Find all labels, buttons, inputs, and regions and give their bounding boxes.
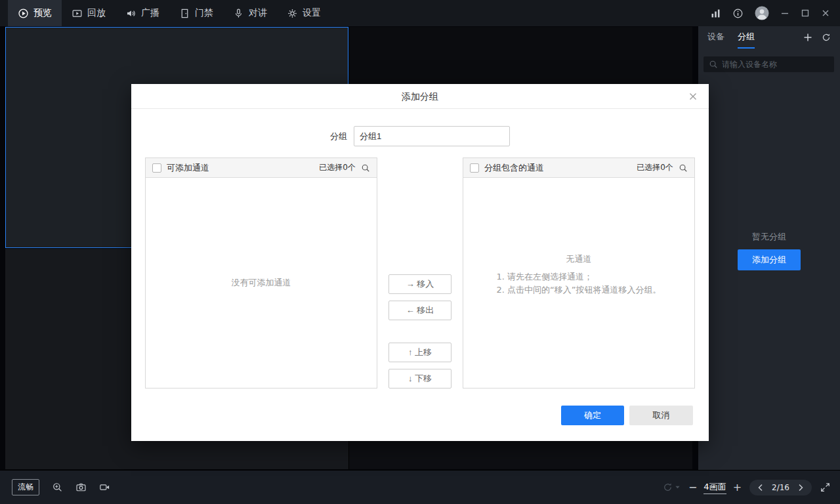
sidebar-tabs: 设备 分组 <box>698 26 840 49</box>
sidebar-search-box <box>704 56 834 72</box>
door-icon <box>179 8 190 19</box>
dialog-close-button[interactable] <box>685 89 701 104</box>
avatar[interactable] <box>755 6 769 20</box>
gear-icon <box>287 8 298 19</box>
record-video-icon[interactable] <box>99 482 110 493</box>
available-channels-panel: 可添加通道 已选择0个 没有可添加通道 <box>145 158 377 388</box>
sidebar-tab-device[interactable]: 设备 <box>707 26 724 49</box>
auto-switch-control[interactable] <box>662 482 681 493</box>
tab-playback[interactable]: 回放 <box>62 0 116 26</box>
bottom-toolbar: 流畅 − 4画面 + 2/16 <box>0 470 840 504</box>
sidebar-tab-label: 设备 <box>707 31 724 43</box>
tab-broadcast[interactable]: 广播 <box>116 0 169 26</box>
maximize-button[interactable] <box>801 9 810 18</box>
tab-label: 预览 <box>33 7 52 19</box>
snapshot-camera-icon[interactable] <box>75 482 87 493</box>
group-search-icon[interactable] <box>679 163 688 173</box>
group-empty-block: 无通道 1. 请先在左侧选择通道； 2. 点击中间的“移入”按钮将通道移入分组。 <box>496 253 661 297</box>
caret-down-icon <box>675 484 681 490</box>
top-navigation-bar: 预览 回放 广播 门禁 对讲 设置 <box>0 0 840 26</box>
sidebar-tab-group[interactable]: 分组 <box>738 26 755 49</box>
microphone-icon <box>233 8 244 19</box>
layout-minus-button[interactable]: − <box>688 482 697 493</box>
speaker-icon <box>125 8 136 19</box>
group-channels-panel: 分组包含的通道 已选择0个 无通道 1. 请先在左侧选择通道； 2. 点击中间的… <box>463 158 695 388</box>
group-name-label: 分组 <box>330 131 347 142</box>
available-channels-header: 可添加通道 已选择0个 <box>146 158 377 178</box>
dialog-title: 添加分组 <box>131 84 709 109</box>
minimize-button[interactable] <box>780 9 789 18</box>
tab-label: 设置 <box>303 7 321 19</box>
tab-label: 门禁 <box>195 7 213 19</box>
bottombar-left-controls: 流畅 <box>0 479 110 495</box>
move-up-button[interactable]: ↑ 上移 <box>388 343 452 362</box>
tab-label: 回放 <box>87 7 106 19</box>
device-search-input[interactable] <box>722 60 829 69</box>
tab-access-control[interactable]: 门禁 <box>169 0 223 26</box>
available-channels-empty: 没有可添加通道 <box>146 178 377 388</box>
tab-settings[interactable]: 设置 <box>277 0 331 26</box>
close-icon <box>688 92 698 101</box>
group-name-input[interactable] <box>354 126 510 146</box>
select-all-available-checkbox[interactable] <box>152 163 161 173</box>
no-group-text: 暂无分组 <box>698 231 840 243</box>
sidebar-actions <box>803 26 831 49</box>
add-group-button[interactable]: 添加分组 <box>738 249 801 270</box>
group-channels-header: 分组包含的通道 已选择0个 <box>463 158 694 178</box>
refresh-icon[interactable] <box>822 33 831 42</box>
select-all-group-checkbox[interactable] <box>470 163 479 173</box>
screen-layout-label[interactable]: 4画面 <box>704 481 726 494</box>
hint-line-2: 2. 点击中间的“移入”按钮将通道移入分组。 <box>496 284 661 297</box>
stream-quality-button[interactable]: 流畅 <box>12 479 39 495</box>
statistics-icon[interactable] <box>710 8 721 19</box>
add-group-dialog: 添加分组 分组 可添加通道 已选择0个 没有可添加通道 分组包含的通道 已选择0… <box>131 84 709 441</box>
close-window-button[interactable] <box>821 9 830 18</box>
topbar-right-controls <box>710 0 840 26</box>
page-navigation: 2/16 <box>749 480 812 495</box>
tab-preview[interactable]: 预览 <box>8 0 62 26</box>
tab-intercom[interactable]: 对讲 <box>223 0 277 26</box>
group-name-row: 分组 <box>131 126 709 146</box>
group-selected-count: 已选择0个 <box>637 162 673 173</box>
device-group-sidebar: 设备 分组 暂无分组 添加分组 <box>698 26 840 470</box>
screen-layout-control: − 4画面 + <box>688 481 742 494</box>
move-down-button[interactable]: ↓ 下移 <box>388 369 452 388</box>
available-selected-count: 已选择0个 <box>319 162 356 173</box>
empty-hints: 1. 请先在左侧选择通道； 2. 点击中间的“移入”按钮将通道移入分组。 <box>496 270 661 297</box>
playback-icon <box>72 8 83 19</box>
fullscreen-icon[interactable] <box>820 482 831 493</box>
app-window: 预览 回放 广播 门禁 对讲 设置 <box>0 0 840 504</box>
available-search-icon[interactable] <box>361 163 370 173</box>
add-icon[interactable] <box>803 33 812 42</box>
hint-line-1: 1. 请先在左侧选择通道； <box>496 270 661 284</box>
page-indicator: 2/16 <box>772 483 789 492</box>
ok-button[interactable]: 确定 <box>561 406 624 425</box>
move-in-button[interactable]: → 移入 <box>388 274 452 294</box>
cancel-button[interactable]: 取消 <box>629 406 693 425</box>
tab-label: 广播 <box>141 7 159 19</box>
digital-zoom-icon[interactable] <box>52 482 63 493</box>
no-channel-text: 无通道 <box>496 253 661 265</box>
page-prev-icon[interactable] <box>756 483 765 492</box>
bottombar-right-controls: − 4画面 + 2/16 <box>662 480 840 495</box>
search-icon <box>709 60 718 69</box>
auto-switch-icon <box>662 482 673 493</box>
layout-plus-button[interactable]: + <box>733 482 742 493</box>
tab-label: 对讲 <box>249 7 267 19</box>
page-next-icon[interactable] <box>796 483 805 492</box>
group-channels-title: 分组包含的通道 <box>484 162 544 174</box>
available-channels-title: 可添加通道 <box>167 162 209 174</box>
move-out-button[interactable]: ← 移出 <box>388 301 452 320</box>
info-icon[interactable] <box>732 8 744 19</box>
play-circle-icon <box>18 8 29 19</box>
sidebar-tab-label: 分组 <box>738 31 755 43</box>
group-channels-empty: 无通道 1. 请先在左侧选择通道； 2. 点击中间的“移入”按钮将通道移入分组。 <box>463 178 694 388</box>
